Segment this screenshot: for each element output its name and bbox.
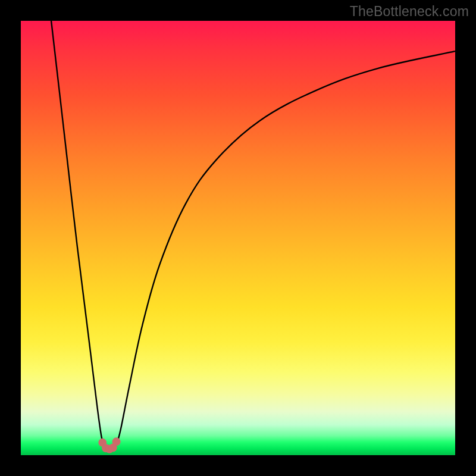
bottleneck-curve <box>51 21 455 449</box>
curve-layer <box>21 21 455 455</box>
minimum-markers <box>98 437 120 453</box>
chart-frame: TheBottleneck.com <box>0 0 476 476</box>
plot-area <box>21 21 455 455</box>
watermark-text: TheBottleneck.com <box>350 4 469 20</box>
minimum-marker <box>112 437 121 446</box>
